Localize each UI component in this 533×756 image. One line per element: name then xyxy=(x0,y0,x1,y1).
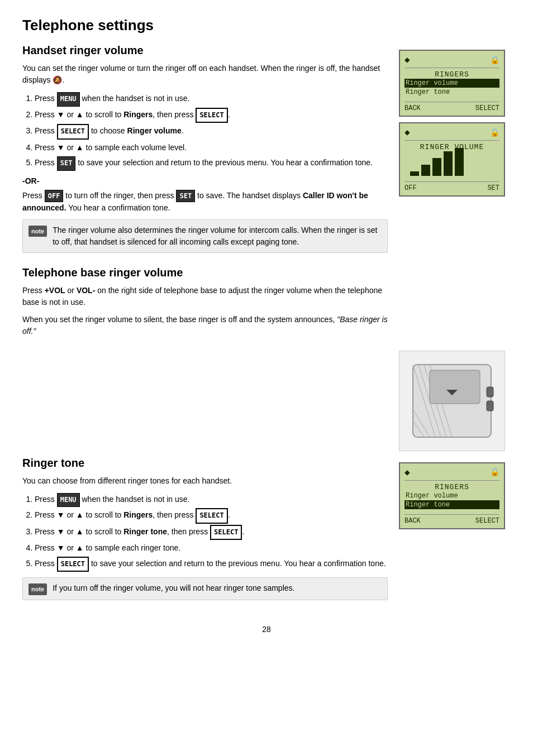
lcd-item-ringer-tone: Ringer tone xyxy=(404,88,499,97)
lcd-item-ringer-volume: Ringer volume xyxy=(404,79,499,88)
off-key: OFF xyxy=(45,190,64,202)
handset-ringer-heading: Handset ringer volume xyxy=(22,44,388,57)
lcd-header-2: ◆ 🔒 xyxy=(404,127,499,141)
volume-bars xyxy=(404,151,499,179)
phone-base-image xyxy=(399,351,505,451)
select-key-4: SELECT xyxy=(57,557,89,572)
base-section-row xyxy=(22,351,511,451)
lcd-arrow-icon-3: ◆ xyxy=(404,467,410,478)
phone-base-svg xyxy=(402,353,502,448)
handset-ringer-steps: Press MENU when the handset is not in us… xyxy=(35,92,388,171)
list-item: Press SELECT to choose Ringer volume. xyxy=(35,124,388,140)
menu-key: MENU xyxy=(57,92,80,107)
vol-bar-3 xyxy=(432,158,441,176)
or-divider: -OR- xyxy=(22,176,388,185)
base-text-col xyxy=(22,351,388,451)
ringer-tone-intro: You can choose from different ringer ton… xyxy=(22,475,388,487)
right-column: ◆ 🔒 RINGERS Ringer volume Ringer tone BA… xyxy=(399,44,511,351)
list-item: Press ▼ or ▲ to scroll to Ringers, then … xyxy=(35,508,388,524)
note-box-1: note The ringer volume also determines t… xyxy=(22,219,388,253)
list-item: Press SET to save your selection and ret… xyxy=(35,156,388,171)
vol-bar-1 xyxy=(410,171,419,176)
lcd-footer-2: OFF SET xyxy=(404,181,499,192)
svg-rect-7 xyxy=(487,401,493,411)
base-ringer-para1: Press +VOL or VOL- on the right side of … xyxy=(22,285,388,308)
page-number: 28 xyxy=(22,625,511,634)
base-ringer-heading: Telephone base ringer volume xyxy=(22,266,388,279)
note-box-2: note If you turn off the ringer volume, … xyxy=(22,577,388,600)
svg-rect-6 xyxy=(487,387,493,397)
ringer-tone-steps: Press MENU when the handset is not in us… xyxy=(35,492,388,572)
lcd-item-ringer-tone-2: Ringer tone xyxy=(404,500,499,509)
lcd-ringers-menu: ◆ 🔒 RINGERS Ringer volume Ringer tone BA… xyxy=(399,50,505,117)
lcd-back-btn: BACK xyxy=(404,104,421,112)
list-item: Press MENU when the handset is not in us… xyxy=(35,492,388,508)
lcd-off-btn: OFF xyxy=(404,184,417,192)
ringer-tone-heading: Ringer tone xyxy=(22,457,388,470)
select-key-2: SELECT xyxy=(196,508,227,524)
lcd-header-3: ◆ 🔒 xyxy=(404,467,499,481)
lcd-header: ◆ 🔒 xyxy=(404,54,499,68)
or-paragraph: Press OFF to turn off the ringer, then p… xyxy=(22,190,388,214)
note-label-2: note xyxy=(28,583,47,595)
note-text-2: If you turn off the ringer volume, you w… xyxy=(53,582,294,595)
svg-rect-5 xyxy=(430,370,480,404)
select-key: SELECT xyxy=(57,124,89,140)
lcd-ringer-volume: ◆ 🔒 RINGER VOLUME OFF SET xyxy=(399,122,505,197)
page-title: Telephone settings xyxy=(22,17,511,34)
lcd-footer: BACK SELECT xyxy=(404,102,499,112)
ringer-tone-right-col: ◆ 🔒 RINGERS Ringer volume Ringer tone BA… xyxy=(399,457,511,614)
lcd-item-ringer-volume-2: Ringer volume xyxy=(404,491,499,500)
list-item: Press ▼ or ▲ to scroll to Ringer tone, t… xyxy=(35,525,388,540)
lcd-select-btn-2: SELECT xyxy=(475,517,499,525)
lcd-lock-icon-3: 🔒 xyxy=(490,467,499,477)
select-key: SELECT xyxy=(196,108,227,123)
lcd-volume-title: RINGER VOLUME xyxy=(404,143,499,151)
handset-ringer-section: Handset ringer volume You can set the ri… xyxy=(22,44,388,253)
note-text: The ringer volume also determines the ri… xyxy=(53,224,382,248)
lcd-ringers-menu-2: ◆ 🔒 RINGERS Ringer volume Ringer tone BA… xyxy=(399,462,505,529)
lcd-set-btn: SET xyxy=(487,184,499,192)
phone-base-img-col xyxy=(399,351,511,451)
set-key: SET xyxy=(57,156,76,171)
list-item: Press SELECT to save your selection and … xyxy=(35,557,388,572)
lcd-title-3: RINGERS xyxy=(404,483,499,491)
list-item: Press MENU when the handset is not in us… xyxy=(35,92,388,107)
list-item: Press ▼ or ▲ to sample each volume level… xyxy=(35,141,388,155)
list-item: Press ▼ or ▲ to sample each ringer tone. xyxy=(35,541,388,555)
base-ringer-para2: When you set the ringer volume to silent… xyxy=(22,314,388,337)
set-key-2: SET xyxy=(176,190,195,202)
base-ringer-section: Telephone base ringer volume Press +VOL … xyxy=(22,266,388,337)
vol-bar-2 xyxy=(421,165,430,176)
list-item: Press ▼ or ▲ to scroll to Ringers, then … xyxy=(35,108,388,123)
ringer-tone-left: Ringer tone You can choose from differen… xyxy=(22,457,388,614)
ringer-tone-section: Ringer tone You can choose from differen… xyxy=(22,457,388,600)
lcd-title: RINGERS xyxy=(404,70,499,79)
lcd-footer-3: BACK SELECT xyxy=(404,514,499,525)
vol-bar-5 xyxy=(455,148,464,176)
lcd-arrow-icon-2: ◆ xyxy=(404,127,410,138)
lcd-lock-icon-2: 🔒 xyxy=(490,128,499,137)
bell-off-icon: 🔕 xyxy=(53,75,62,84)
ringer-tone-row: Ringer tone You can choose from differen… xyxy=(22,457,511,614)
lcd-select-btn: SELECT xyxy=(475,104,499,112)
menu-key-2: MENU xyxy=(57,493,80,508)
vol-bar-4 xyxy=(444,151,453,176)
lcd-back-btn-2: BACK xyxy=(404,517,421,525)
lcd-lock-icon: 🔒 xyxy=(490,55,499,65)
note-label: note xyxy=(28,226,47,237)
select-key-3: SELECT xyxy=(210,525,242,540)
lcd-arrow-icon: ◆ xyxy=(404,54,410,65)
handset-ringer-intro: You can set the ringer volume or turn th… xyxy=(22,63,388,86)
